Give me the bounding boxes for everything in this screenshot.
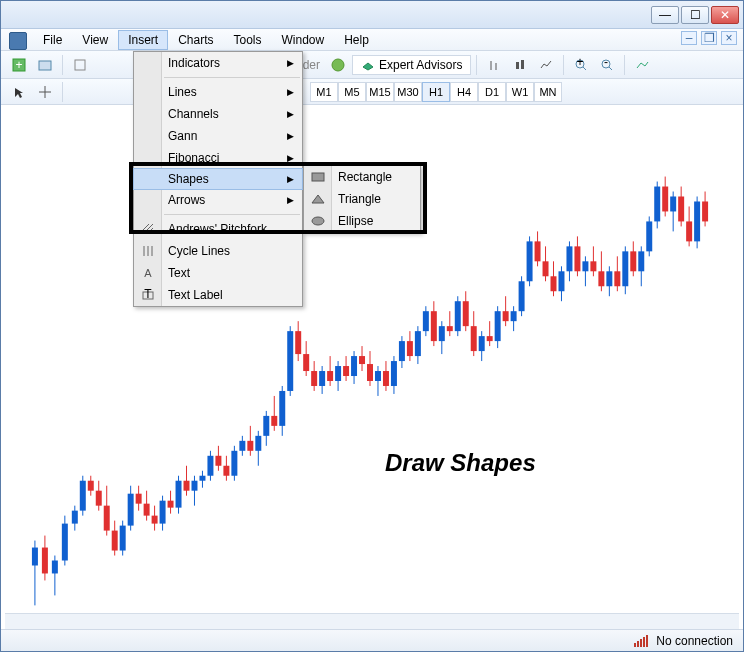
bar-chart-button[interactable] [482,54,506,76]
hat-icon [361,58,375,72]
menu-item-fibonacci[interactable]: Fibonacci▶ [134,147,302,169]
svg-rect-160 [606,271,612,286]
svg-rect-74 [263,416,269,436]
svg-rect-40 [128,494,134,526]
menu-item-shapes[interactable]: Shapes▶ [133,168,303,190]
svg-rect-193 [312,173,324,181]
window-minimize-button[interactable]: — [651,6,679,24]
svg-rect-164 [622,251,628,286]
horizontal-scrollbar[interactable] [5,613,739,629]
svg-rect-84 [303,354,309,371]
timeframe-h1[interactable]: H1 [422,82,450,102]
zoom-in-button[interactable]: + [569,54,593,76]
timeframe-m5[interactable]: M5 [338,82,366,102]
zoom-out-button[interactable]: - [595,54,619,76]
profiles-button[interactable] [33,54,57,76]
svg-rect-54 [184,481,190,491]
market-watch-button[interactable] [68,54,92,76]
svg-rect-88 [319,371,325,386]
menu-window[interactable]: Window [272,30,335,50]
svg-rect-42 [136,494,142,504]
expert-icon[interactable] [326,54,350,76]
menu-insert[interactable]: Insert [118,30,168,50]
menu-tools[interactable]: Tools [224,30,272,50]
menu-item-text[interactable]: AText [134,262,302,284]
ellipse-icon [311,215,325,227]
text-icon: A [140,265,156,281]
cursor-button[interactable] [7,81,31,103]
svg-rect-144 [543,261,549,276]
menu-item-lines[interactable]: Lines▶ [134,81,302,103]
menu-item-text-label[interactable]: TText Label [134,284,302,306]
svg-rect-130 [487,336,493,341]
mdi-close-button[interactable]: × [721,31,737,45]
timeframe-mn[interactable]: MN [534,82,562,102]
candlestick-button[interactable] [508,54,532,76]
svg-rect-102 [375,371,381,381]
svg-rect-168 [638,251,644,271]
toolbar-main: + y Order Expert Advisors + - [1,51,743,79]
menu-item-channels[interactable]: Channels▶ [134,103,302,125]
line-chart-button[interactable] [534,54,558,76]
timeframe-h4[interactable]: H4 [450,82,478,102]
submenu-arrow-icon: ▶ [287,109,294,119]
menu-item-arrows[interactable]: Arrows▶ [134,189,302,211]
svg-rect-48 [160,501,166,524]
toolbar-drawing: M1M5M15M30H1H4D1W1MN [1,79,743,105]
svg-rect-172 [654,187,660,222]
separator [62,55,63,75]
svg-rect-166 [630,251,636,271]
shape-item-ellipse[interactable]: Ellipse [304,210,420,232]
shape-item-triangle[interactable]: Triangle [304,188,420,210]
svg-rect-138 [519,281,525,311]
svg-rect-56 [191,481,197,491]
shape-item-rectangle[interactable]: Rectangle [304,166,420,188]
menu-item-indicators[interactable]: Indicators▶ [134,52,302,74]
timeframe-d1[interactable]: D1 [478,82,506,102]
crosshair-button[interactable] [33,81,57,103]
svg-rect-76 [271,416,277,426]
text-label-icon: T [140,287,156,303]
svg-rect-178 [678,196,684,221]
menu-item-andrews-pitchfork[interactable]: Andrews' Pitchfork [134,218,302,240]
menu-file[interactable]: File [33,30,72,50]
mdi-minimize-button[interactable]: – [681,31,697,45]
svg-rect-90 [327,371,333,381]
window-close-button[interactable]: ✕ [711,6,739,24]
menubar: FileViewInsertChartsToolsWindowHelp – ❐ … [1,29,743,51]
window-maximize-button[interactable]: ☐ [681,6,709,24]
new-chart-button[interactable]: + [7,54,31,76]
svg-rect-158 [598,271,604,286]
svg-rect-3 [75,60,85,70]
svg-point-195 [312,217,324,225]
menu-charts[interactable]: Charts [168,30,223,50]
timeframe-w1[interactable]: W1 [506,82,534,102]
timeframe-m30[interactable]: M30 [394,82,422,102]
app-icon [9,32,27,50]
auto-scroll-button[interactable] [630,54,654,76]
svg-rect-122 [455,301,461,331]
expert-advisors-button[interactable]: Expert Advisors [352,55,471,75]
svg-rect-7 [516,62,519,69]
svg-rect-100 [367,364,373,381]
svg-text:-: - [604,58,608,69]
svg-rect-106 [391,361,397,386]
timeframe-m15[interactable]: M15 [366,82,394,102]
svg-rect-22 [52,561,58,574]
menu-item-cycle-lines[interactable]: Cycle Lines [134,240,302,262]
close-icon: ✕ [720,8,730,22]
svg-marker-194 [312,195,324,203]
menu-view[interactable]: View [72,30,118,50]
svg-rect-162 [614,271,620,286]
menu-item-label: Fibonacci [168,151,219,165]
svg-rect-170 [646,221,652,251]
svg-rect-20 [42,548,48,574]
menu-item-gann[interactable]: Gann▶ [134,125,302,147]
svg-rect-156 [590,261,596,271]
insert-menu-dropdown: Indicators▶Lines▶Channels▶Gann▶Fibonacci… [133,51,303,307]
maximize-icon: ☐ [690,8,701,22]
timeframe-m1[interactable]: M1 [310,82,338,102]
mdi-restore-button[interactable]: ❐ [701,31,717,45]
triangle-icon [311,193,325,205]
menu-help[interactable]: Help [334,30,379,50]
